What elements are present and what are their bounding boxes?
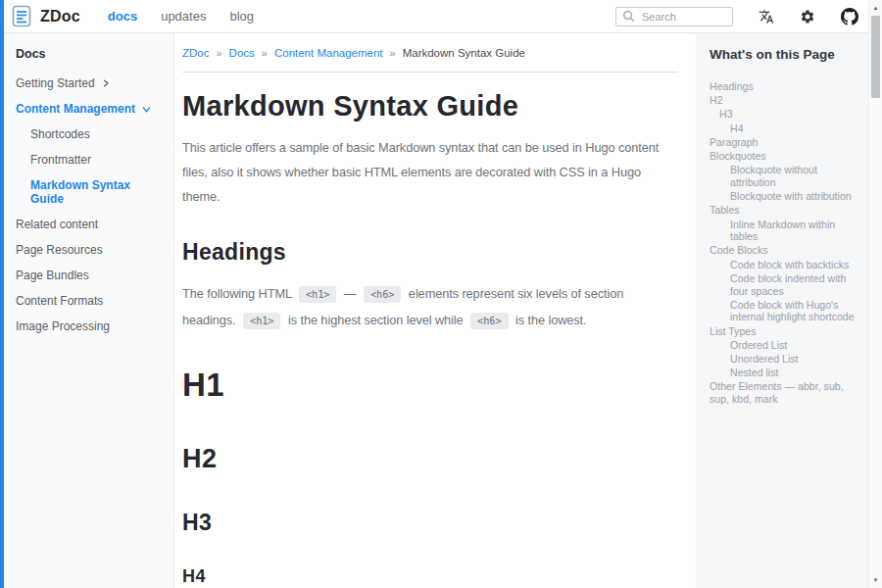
settings-gear-icon[interactable] bbox=[800, 9, 815, 24]
nav-link-updates[interactable]: updates bbox=[161, 9, 206, 24]
demo-heading-h4: H4 bbox=[182, 566, 678, 587]
paragraph-text: — bbox=[340, 286, 360, 301]
sidebar-item-shortcodes[interactable]: Shortcodes bbox=[16, 122, 166, 147]
sidebar-item-image-processing[interactable]: Image Processing bbox=[16, 314, 166, 339]
toc-list: HeadingsH2H3H4ParagraphBlockquotesBlockq… bbox=[710, 80, 855, 406]
breadcrumb-divider bbox=[182, 72, 678, 73]
sidebar-item-markdown-syntax-guide[interactable]: Markdown Syntax Guide bbox=[16, 172, 166, 212]
breadcrumb-separator: » bbox=[390, 47, 396, 59]
toc-item-tables[interactable]: Tables bbox=[710, 204, 855, 217]
document-logo-icon bbox=[12, 5, 32, 27]
toc-item-code-block-with-hugo-s-internal-highlight-shortcode[interactable]: Code block with Hugo's internal highligh… bbox=[710, 299, 855, 323]
github-icon[interactable] bbox=[841, 8, 858, 25]
sidebar-item-label: Content Management bbox=[16, 102, 135, 116]
sidebar-item-label: Frontmatter bbox=[30, 153, 91, 167]
sidebar-item-label: Markdown Syntax Guide bbox=[30, 178, 166, 206]
scroll-down-button[interactable]: ▾ bbox=[869, 572, 882, 588]
translate-icon[interactable] bbox=[759, 9, 774, 24]
breadcrumb-item-docs[interactable]: Docs bbox=[229, 47, 255, 59]
toc-item-inline-markdown-within-tables[interactable]: Inline Markdown within tables bbox=[710, 219, 855, 243]
page-title: Markdown Syntax Guide bbox=[182, 90, 678, 122]
breadcrumb-separator: » bbox=[216, 47, 221, 59]
sidebar-item-getting-started[interactable]: Getting Started bbox=[16, 71, 166, 96]
main-content: ZDoc»Docs»Content Management»Markdown Sy… bbox=[174, 33, 696, 588]
toc-item-ordered-list[interactable]: Ordered List bbox=[710, 339, 855, 352]
breadcrumb-item-content-management[interactable]: Content Management bbox=[274, 47, 383, 59]
docs-sidebar: Docs Getting StartedContent ManagementSh… bbox=[4, 33, 174, 588]
sidebar-item-related-content[interactable]: Related content bbox=[16, 212, 166, 237]
paragraph-text: The following HTML bbox=[182, 286, 295, 301]
toc-item-code-block-with-backticks[interactable]: Code block with backticks bbox=[710, 259, 855, 271]
sidebar-item-label: Page Bundles bbox=[16, 269, 89, 282]
chevron-right-icon bbox=[101, 78, 111, 88]
sidebar-item-page-resources[interactable]: Page Resources bbox=[16, 237, 166, 263]
toc-item-headings[interactable]: Headings bbox=[710, 80, 855, 93]
toc-item-h4[interactable]: H4 bbox=[710, 122, 855, 135]
scroll-up-button[interactable]: ▴ bbox=[869, 0, 882, 16]
breadcrumb: ZDoc»Docs»Content Management»Markdown Sy… bbox=[182, 47, 678, 59]
headings-section-title: Headings bbox=[182, 239, 678, 266]
demo-heading-h2: H2 bbox=[182, 444, 678, 474]
nav-link-docs[interactable]: docs bbox=[108, 9, 137, 24]
toc-item-h3[interactable]: H3 bbox=[710, 108, 855, 121]
sidebar-item-frontmatter[interactable]: Frontmatter bbox=[16, 147, 166, 172]
toc-item-code-blocks[interactable]: Code Blocks bbox=[710, 244, 855, 257]
inline-code: <h1> bbox=[243, 313, 280, 329]
toc-item-other-elements-abbr-sub-sup-kbd-mark[interactable]: Other Elements — abbr, sub, sup, kbd, ma… bbox=[710, 380, 855, 405]
breadcrumb-item-markdown-syntax-guide: Markdown Syntax Guide bbox=[403, 47, 525, 59]
toc-item-blockquote-with-attribution[interactable]: Blockquote with attribution bbox=[710, 190, 855, 203]
inline-code: <h6> bbox=[364, 286, 401, 303]
article-intro: This article offers a sample of basic Ma… bbox=[182, 136, 678, 210]
chevron-down-icon bbox=[141, 104, 152, 115]
heading-level-demos: H1H2H3H4H5H6 bbox=[182, 367, 678, 588]
vertical-scrollbar[interactable]: ▴ ▾ bbox=[868, 0, 882, 588]
sidebar-title: Docs bbox=[16, 47, 166, 61]
toc-item-nested-list[interactable]: Nested list bbox=[710, 367, 855, 379]
search-input[interactable] bbox=[640, 10, 726, 24]
toc-item-code-block-indented-with-four-spaces[interactable]: Code block indented with four spaces bbox=[710, 272, 855, 297]
brand-name: ZDoc bbox=[40, 8, 80, 25]
top-navbar: ZDoc docsupdatesblog bbox=[4, 0, 868, 33]
demo-heading-h3: H3 bbox=[182, 510, 678, 536]
breadcrumb-item-zdoc[interactable]: ZDoc bbox=[182, 47, 209, 59]
sidebar-item-label: Image Processing bbox=[16, 319, 110, 333]
toc-item-list-types[interactable]: List Types bbox=[710, 325, 855, 338]
sidebar-item-label: Shortcodes bbox=[30, 127, 90, 141]
paragraph-text: is the highest section level while bbox=[284, 313, 466, 327]
app-window: ZDoc docsupdatesblog bbox=[0, 0, 882, 588]
inline-code: <h1> bbox=[299, 286, 336, 303]
inline-code: <h6> bbox=[470, 313, 508, 329]
headings-paragraph: The following HTML <h1> — <h6> elements … bbox=[182, 281, 678, 334]
sidebar-item-content-management[interactable]: Content Management bbox=[16, 96, 166, 122]
toc-item-h2[interactable]: H2 bbox=[710, 94, 855, 107]
search-icon bbox=[622, 10, 635, 23]
toc-panel: What's on this Page HeadingsH2H3H4Paragr… bbox=[696, 33, 868, 588]
sidebar-items: Getting StartedContent ManagementShortco… bbox=[16, 71, 166, 339]
breadcrumb-separator: » bbox=[262, 47, 268, 59]
toc-item-unordered-list[interactable]: Unordered List bbox=[710, 353, 855, 366]
nav-links: docsupdatesblog bbox=[108, 9, 277, 24]
paragraph-text: is the lowest. bbox=[513, 313, 587, 327]
brand-logo[interactable]: ZDoc bbox=[12, 5, 80, 27]
sidebar-item-label: Getting Started bbox=[16, 76, 95, 90]
sidebar-item-label: Related content bbox=[16, 218, 98, 231]
nav-link-blog[interactable]: blog bbox=[229, 9, 254, 24]
sidebar-item-label: Page Resources bbox=[16, 243, 103, 257]
demo-heading-h1: H1 bbox=[182, 367, 678, 404]
toc-item-paragraph[interactable]: Paragraph bbox=[710, 136, 855, 149]
toc-item-blockquotes[interactable]: Blockquotes bbox=[710, 150, 855, 163]
toc-item-blockquote-without-attribution[interactable]: Blockquote without attribution bbox=[710, 164, 855, 188]
sidebar-item-page-bundles[interactable]: Page Bundles bbox=[16, 263, 166, 288]
sidebar-item-content-formats[interactable]: Content Formats bbox=[16, 288, 166, 314]
search-box bbox=[615, 7, 733, 26]
sidebar-item-label: Content Formats bbox=[16, 294, 103, 308]
scrollbar-thumb[interactable] bbox=[871, 16, 880, 98]
toc-title: What's on this Page bbox=[710, 47, 855, 62]
